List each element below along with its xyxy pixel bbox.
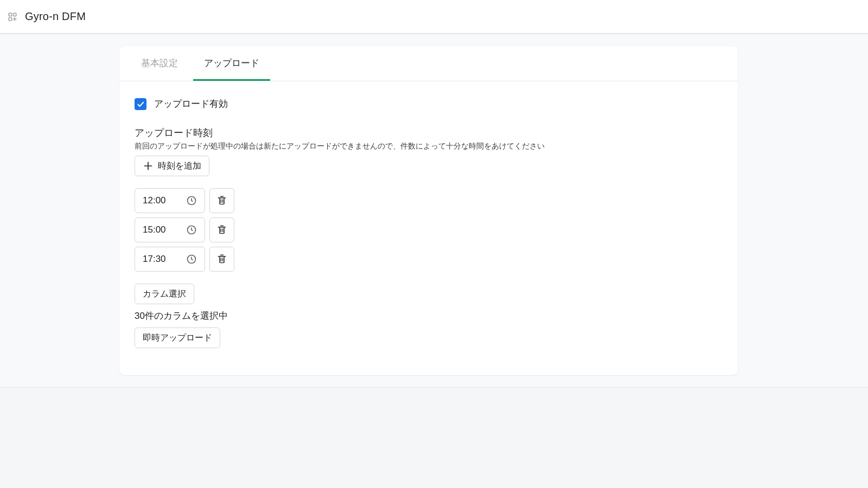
svg-rect-0 [9,13,11,16]
app-icon [8,12,17,22]
tab-upload[interactable]: アップロード [193,46,270,81]
time-value: 12:00 [143,195,166,206]
clock-icon [186,195,197,206]
column-select-label: カラム選択 [143,290,186,298]
upload-time-title: アップロード時刻 [135,126,723,139]
upload-enabled-row: アップロード有効 [135,98,723,110]
clock-icon [186,224,197,235]
page-body: 基本設定 アップロード アップロード有効 アップロード時刻 前回のアップロードが… [0,34,868,388]
time-value: 15:00 [143,224,166,235]
svg-rect-2 [9,17,11,20]
column-info: 30件のカラムを選択中 [135,310,723,322]
add-time-button[interactable]: 時刻を追加 [135,156,209,176]
column-select-button[interactable]: カラム選択 [135,284,194,304]
tab-content: アップロード有効 アップロード時刻 前回のアップロードが処理中の場合は新たにアッ… [119,81,738,375]
clock-icon [186,254,197,265]
time-row: 17:30 [135,247,723,272]
now-upload-label: 即時アップロード [143,333,212,342]
time-input[interactable]: 17:30 [135,247,205,272]
time-row: 12:00 [135,188,723,213]
time-value: 17:30 [143,254,166,265]
delete-time-button[interactable] [209,247,234,272]
trash-icon [216,253,227,266]
upload-time-hint: 前回のアップロードが処理中の場合は新たにアップロードができませんので、件数によっ… [135,142,723,151]
add-time-label: 時刻を追加 [158,162,201,170]
settings-card: 基本設定 アップロード アップロード有効 アップロード時刻 前回のアップロードが… [119,46,738,375]
upload-enabled-checkbox[interactable] [135,98,146,110]
time-row: 15:00 [135,217,723,242]
plus-icon [143,160,154,171]
tab-bar: 基本設定 アップロード [119,46,738,81]
delete-time-button[interactable] [209,188,234,213]
time-list: 12:00 15:00 [135,188,723,272]
time-input[interactable]: 15:00 [135,217,205,242]
column-section: カラム選択 30件のカラムを選択中 [135,284,723,322]
now-upload-button[interactable]: 即時アップロード [135,328,220,348]
time-input[interactable]: 12:00 [135,188,205,213]
trash-icon [216,195,227,207]
svg-rect-1 [14,13,16,16]
trash-icon [216,224,227,236]
app-title: Gyro-n DFM [25,10,86,23]
app-header: Gyro-n DFM [0,0,868,34]
upload-enabled-label: アップロード有効 [154,98,228,110]
delete-time-button[interactable] [209,217,234,242]
tab-basic[interactable]: 基本設定 [130,46,189,81]
